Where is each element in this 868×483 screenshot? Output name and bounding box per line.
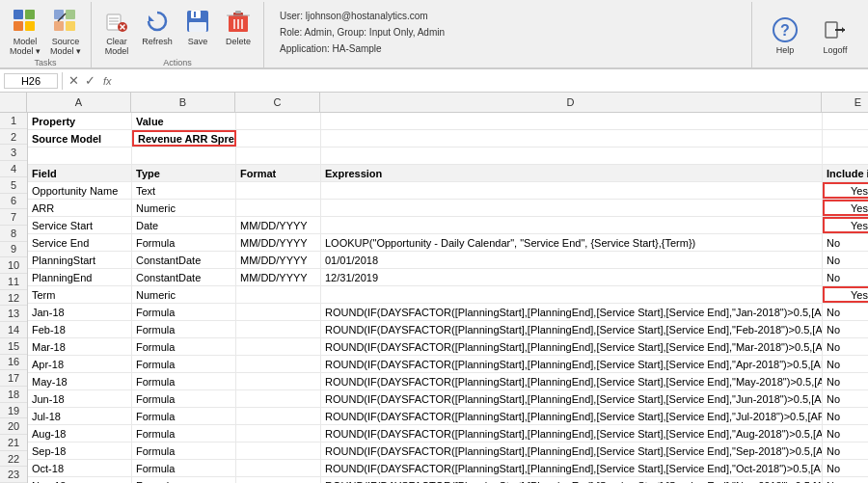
cell-15-E[interactable]: No <box>823 356 868 372</box>
cell-19-E[interactable]: No <box>823 425 868 442</box>
cell-9-C[interactable]: MM/DD/YYYY <box>236 252 321 268</box>
formula-input[interactable] <box>118 72 864 90</box>
row-header-3[interactable]: 3 <box>0 145 27 161</box>
cell-2-C[interactable] <box>236 130 321 147</box>
cell-17-C[interactable] <box>236 390 321 407</box>
cell-16-B[interactable]: Formula <box>132 373 236 389</box>
cell-8-C[interactable]: MM/DD/YYYY <box>236 234 321 251</box>
cell-20-B[interactable]: Formula <box>132 443 236 459</box>
cell-9-E[interactable]: No <box>823 252 868 268</box>
cell-20-E[interactable]: No <box>823 443 868 459</box>
cell-14-D[interactable]: ROUND(IF(DAYSFACTOR([PlanningStart],[Pla… <box>321 338 823 355</box>
cell-7-C[interactable]: MM/DD/YYYY <box>236 217 321 233</box>
cell-18-D[interactable]: ROUND(IF(DAYSFACTOR([PlanningStart],[Pla… <box>321 408 823 424</box>
row-header-12[interactable]: 12 <box>0 290 27 307</box>
cell-7-B[interactable]: Date <box>132 217 236 233</box>
cell-16-E[interactable]: No <box>823 373 868 389</box>
cell-14-C[interactable] <box>236 338 321 355</box>
cell-21-C[interactable] <box>236 460 321 476</box>
cell-5-C[interactable] <box>236 182 321 199</box>
cell-13-B[interactable]: Formula <box>132 321 236 337</box>
cell-5-A[interactable]: Opportunity Name <box>28 182 132 199</box>
row-header-4[interactable]: 4 <box>0 161 27 177</box>
cell-16-D[interactable]: ROUND(IF(DAYSFACTOR([PlanningStart],[Pla… <box>321 373 823 389</box>
fx-icon[interactable]: fx <box>99 75 116 87</box>
row-header-20[interactable]: 20 <box>0 418 27 435</box>
cell-12-E[interactable]: No <box>823 304 868 320</box>
cell-16-C[interactable] <box>236 373 321 389</box>
confirm-icon[interactable]: ✓ <box>83 73 97 88</box>
cell-16-A[interactable]: May-18 <box>28 373 132 389</box>
cell-6-B[interactable]: Numeric <box>132 200 236 216</box>
cell-10-E[interactable]: No <box>823 269 868 285</box>
row-header-17[interactable]: 17 <box>0 370 27 387</box>
cell-18-E[interactable]: No <box>823 408 868 424</box>
cell-5-B[interactable]: Text <box>132 182 236 199</box>
clear-model-button[interactable]: Clear Model <box>97 4 136 58</box>
cell-6-A[interactable]: ARR <box>28 200 132 216</box>
cell-7-D[interactable] <box>321 217 823 233</box>
cell-18-A[interactable]: Jul-18 <box>28 408 132 424</box>
cell-7-A[interactable]: Service Start <box>28 217 132 233</box>
refresh-button[interactable]: Refresh <box>138 4 176 48</box>
cell-7-E[interactable]: Yes <box>823 217 868 233</box>
row-header-21[interactable]: 21 <box>0 435 27 451</box>
cell-17-E[interactable]: No <box>823 390 868 407</box>
cell-1-B[interactable]: Value <box>132 113 236 129</box>
row-header-14[interactable]: 14 <box>0 322 27 338</box>
cell-19-C[interactable] <box>236 425 321 442</box>
cell-4-D[interactable]: Expression <box>321 165 823 181</box>
cell-22-C[interactable] <box>236 477 321 483</box>
cell-8-B[interactable]: Formula <box>132 234 236 251</box>
row-header-19[interactable]: 19 <box>0 403 27 419</box>
cell-9-B[interactable]: ConstantDate <box>132 252 236 268</box>
cell-13-A[interactable]: Feb-18 <box>28 321 132 337</box>
row-header-6[interactable]: 6 <box>0 194 27 210</box>
cell-8-A[interactable]: Service End <box>28 234 132 251</box>
row-header-16[interactable]: 16 <box>0 355 27 371</box>
cell-20-C[interactable] <box>236 443 321 459</box>
cell-21-A[interactable]: Oct-18 <box>28 460 132 476</box>
cell-18-B[interactable]: Formula <box>132 408 236 424</box>
cell-4-E[interactable]: Include in Data Load <box>823 165 868 181</box>
cell-22-B[interactable]: Formula <box>132 477 236 483</box>
cell-3-E[interactable] <box>823 148 868 164</box>
row-header-11[interactable]: 11 <box>0 274 27 290</box>
row-header-1[interactable]: 1 <box>0 113 27 129</box>
col-header-A[interactable]: A <box>27 93 131 112</box>
cell-11-E[interactable]: Yes <box>823 286 868 303</box>
cell-5-E[interactable]: Yes <box>823 182 868 199</box>
cell-3-B[interactable] <box>132 148 236 164</box>
cell-15-B[interactable]: Formula <box>132 356 236 372</box>
delete-button[interactable]: Delete <box>219 4 258 48</box>
logoff-button[interactable]: Logoff <box>814 11 856 59</box>
cell-1-A[interactable]: Property <box>28 113 132 129</box>
row-header-13[interactable]: 13 <box>0 306 27 322</box>
cell-12-A[interactable]: Jan-18 <box>28 304 132 320</box>
row-header-7[interactable]: 7 <box>0 209 27 226</box>
cell-13-E[interactable]: No <box>823 321 868 337</box>
cell-21-D[interactable]: ROUND(IF(DAYSFACTOR([PlanningStart],[Pla… <box>321 460 823 476</box>
cell-9-A[interactable]: PlanningStart <box>28 252 132 268</box>
cell-3-C[interactable] <box>236 148 321 164</box>
cell-4-A[interactable]: Field <box>28 165 132 181</box>
cell-11-A[interactable]: Term <box>28 286 132 303</box>
cell-3-A[interactable] <box>28 148 132 164</box>
cell-13-C[interactable] <box>236 321 321 337</box>
cell-18-C[interactable] <box>236 408 321 424</box>
cell-14-B[interactable]: Formula <box>132 338 236 355</box>
cell-1-E[interactable] <box>823 113 868 129</box>
row-header-22[interactable]: 22 <box>0 451 27 468</box>
cell-14-E[interactable]: No <box>823 338 868 355</box>
cell-5-D[interactable] <box>321 182 823 199</box>
cell-6-E[interactable]: Yes <box>823 200 868 216</box>
cell-17-A[interactable]: Jun-18 <box>28 390 132 407</box>
row-header-2[interactable]: 2 <box>0 129 27 146</box>
row-header-15[interactable]: 15 <box>0 338 27 355</box>
save-button[interactable]: Save <box>178 4 217 48</box>
cell-10-C[interactable]: MM/DD/YYYY <box>236 269 321 285</box>
cell-2-D[interactable] <box>321 130 823 147</box>
cell-2-A[interactable]: Source Model <box>28 130 132 147</box>
cell-19-B[interactable]: Formula <box>132 425 236 442</box>
cell-14-A[interactable]: Mar-18 <box>28 338 132 355</box>
